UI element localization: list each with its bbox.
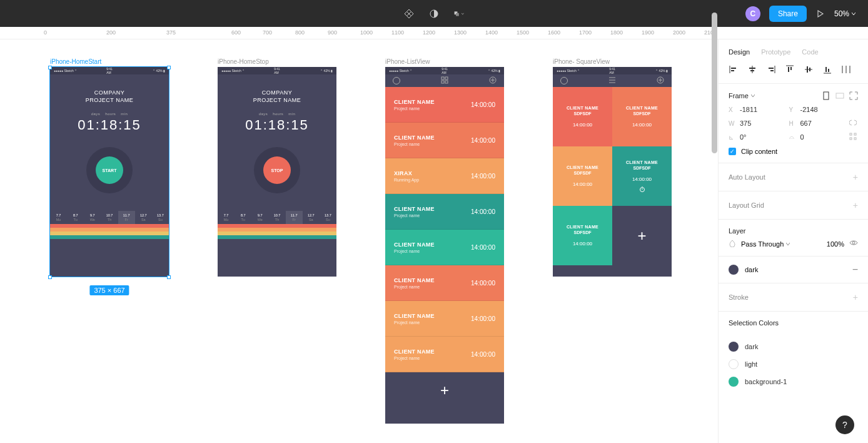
w-input[interactable]: 375 bbox=[740, 120, 751, 127]
add-auto-layout-button[interactable]: + bbox=[853, 172, 858, 182]
h-input[interactable]: 667 bbox=[800, 120, 812, 127]
start-button[interactable]: START bbox=[96, 156, 123, 184]
tab-prototype[interactable]: Prototype bbox=[761, 48, 790, 56]
dimension-badge: 375 × 667 bbox=[89, 285, 129, 295]
day-cell[interactable]: 13.7Su bbox=[152, 211, 169, 224]
align-left-icon[interactable] bbox=[729, 64, 739, 74]
align-center-h-icon[interactable] bbox=[747, 64, 757, 74]
svg-rect-32 bbox=[807, 66, 808, 73]
visibility-icon[interactable] bbox=[849, 240, 858, 248]
radius-input[interactable]: 0 bbox=[800, 133, 804, 141]
align-center-v-icon[interactable] bbox=[804, 64, 814, 74]
y-input[interactable]: -2148 bbox=[800, 106, 818, 113]
list-item[interactable]: XIRAXRunning App14:00:00 bbox=[385, 158, 504, 194]
layout-grid-section: Layout Grid + bbox=[719, 191, 868, 220]
day-cell[interactable]: 9.7We bbox=[251, 211, 268, 224]
square-card[interactable]: CLIENT NAMESDFSDF14:00:00 bbox=[553, 87, 612, 146]
svg-rect-40 bbox=[824, 92, 829, 99]
frame-home_stop[interactable]: iPhone-HomeStop ●●●●● Sketch ⌃9:41 AM⌃ 4… bbox=[218, 58, 336, 277]
add-layout-grid-button[interactable]: + bbox=[853, 200, 858, 210]
frame-home_start[interactable]: iPhone-HomeStart ●●●●● Sketch ⌃9:41 AM⌃ … bbox=[50, 58, 169, 277]
list-item[interactable]: CLIENT NAMEProject name14:00:00 bbox=[385, 123, 504, 158]
svg-rect-23 bbox=[749, 68, 755, 69]
ruler-tick: 200 bbox=[106, 29, 116, 36]
ruler-tick: 600 bbox=[231, 29, 241, 36]
day-cell[interactable]: 11.7Fr bbox=[118, 211, 135, 224]
frame-label[interactable]: iPhone-ListView bbox=[385, 58, 504, 65]
frame-square_view[interactable]: iPhone- SquareView ●●●●● Sketch ⌃9:41 AM… bbox=[553, 58, 672, 277]
day-cell[interactable]: 13.7Su bbox=[320, 211, 336, 224]
selection-color-row[interactable]: dark bbox=[719, 338, 868, 355]
distribute-icon[interactable] bbox=[841, 64, 851, 74]
svg-point-46 bbox=[852, 242, 855, 244]
avatar[interactable]: C bbox=[745, 6, 760, 21]
profile-icon[interactable] bbox=[393, 77, 400, 84]
x-input[interactable]: -1811 bbox=[740, 106, 757, 113]
present-icon[interactable] bbox=[815, 9, 825, 19]
help-button[interactable]: ? bbox=[835, 415, 854, 434]
blend-mode-dropdown[interactable]: Pass Through bbox=[741, 240, 822, 248]
align-top-icon[interactable] bbox=[785, 64, 795, 74]
day-cell[interactable]: 10.7Th bbox=[268, 211, 285, 224]
day-cell[interactable]: 7.7Mo bbox=[218, 211, 235, 224]
canvas[interactable]: iPhone-HomeStart ●●●●● Sketch ⌃9:41 AM⌃ … bbox=[0, 39, 718, 443]
frame-label[interactable]: iPhone- SquareView bbox=[553, 58, 672, 65]
list-item[interactable]: CLIENT NAMEProject name14:00:00 bbox=[385, 230, 504, 265]
grid-icon[interactable] bbox=[441, 76, 448, 85]
square-card[interactable]: CLIENT NAMESDFSDF14:00:00 bbox=[612, 87, 672, 146]
tab-design[interactable]: Design bbox=[729, 48, 750, 56]
list-item[interactable]: CLIENT NAMEProject name14:00:00 bbox=[385, 337, 504, 372]
align-right-icon[interactable] bbox=[766, 64, 776, 74]
list-item[interactable]: CLIENT NAMEProject name14:00:00 bbox=[385, 265, 504, 301]
day-cell[interactable]: 8.7Tu bbox=[67, 211, 84, 224]
align-bottom-icon[interactable] bbox=[822, 64, 832, 74]
orientation-portrait-icon[interactable] bbox=[822, 91, 830, 100]
square-card[interactable]: CLIENT NAMESDFSDF14:00:00 bbox=[612, 146, 672, 206]
day-cell[interactable]: 9.7We bbox=[84, 211, 101, 224]
add-square[interactable]: + bbox=[612, 206, 672, 265]
day-cell[interactable]: 10.7Th bbox=[101, 211, 118, 224]
clip-content-checkbox[interactable] bbox=[729, 148, 736, 155]
frame-dropdown[interactable]: Frame bbox=[729, 92, 749, 99]
square-card[interactable]: CLIENT NAMESDFSDF14:00:00 bbox=[553, 206, 612, 265]
component-icon[interactable] bbox=[404, 9, 414, 19]
list-item[interactable]: CLIENT NAMEProject name14:00:00 bbox=[385, 87, 504, 123]
add-stroke-button[interactable]: + bbox=[853, 292, 858, 302]
independent-corners-icon[interactable] bbox=[849, 133, 858, 141]
profile-icon[interactable] bbox=[560, 77, 568, 84]
link-wh-icon[interactable] bbox=[849, 119, 858, 128]
zoom-dropdown[interactable]: 50% bbox=[834, 9, 855, 18]
day-cell[interactable]: 8.7Tu bbox=[235, 211, 251, 224]
day-cell[interactable]: 11.7Fr bbox=[286, 211, 303, 224]
square-card[interactable]: CLIENT NAMESDFSDF14:00:00 bbox=[553, 146, 612, 206]
share-button[interactable]: Share bbox=[769, 6, 807, 22]
add-icon[interactable] bbox=[657, 76, 664, 85]
add-row[interactable]: + bbox=[385, 372, 504, 408]
day-cell[interactable]: 12.7Sa bbox=[303, 211, 320, 224]
timer-value: 01:18:15 bbox=[50, 117, 169, 133]
detach-fill-button[interactable]: − bbox=[852, 264, 858, 275]
add-icon[interactable] bbox=[489, 76, 497, 85]
list-icon[interactable] bbox=[608, 76, 616, 85]
orientation-landscape-icon[interactable] bbox=[835, 91, 844, 100]
resize-to-fit-icon[interactable] bbox=[849, 91, 858, 100]
mask-icon[interactable] bbox=[429, 9, 439, 19]
frame-label[interactable]: iPhone-HomeStart bbox=[50, 58, 169, 65]
selection-color-row[interactable]: background-1 bbox=[719, 373, 868, 390]
day-cell[interactable]: 12.7Sa bbox=[135, 211, 152, 224]
day-cell[interactable]: 7.7Mo bbox=[50, 211, 67, 224]
list-item[interactable]: CLIENT NAMEProject name14:00:00 bbox=[385, 301, 504, 337]
stop-button[interactable]: STOP bbox=[263, 156, 291, 184]
selection-color-row[interactable]: light bbox=[719, 355, 868, 373]
list-item[interactable]: CLIENT NAMEProject name14:00:00 bbox=[385, 194, 504, 230]
frame-list_view[interactable]: iPhone-ListView ●●●●● Sketch ⌃9:41 AM⌃ 4… bbox=[385, 58, 504, 424]
ruler-tick: 1900 bbox=[642, 29, 654, 36]
boolean-icon[interactable] bbox=[454, 9, 464, 19]
scrollbar-vertical[interactable] bbox=[711, 0, 718, 443]
rotation-input[interactable]: 0° bbox=[740, 133, 747, 141]
fill-swatch[interactable] bbox=[729, 265, 739, 275]
project-label: PROJECT NAME bbox=[50, 96, 169, 103]
frame-label[interactable]: iPhone-HomeStop bbox=[218, 58, 336, 65]
tab-code[interactable]: Code bbox=[802, 48, 818, 56]
opacity-input[interactable]: 100% bbox=[827, 240, 844, 248]
